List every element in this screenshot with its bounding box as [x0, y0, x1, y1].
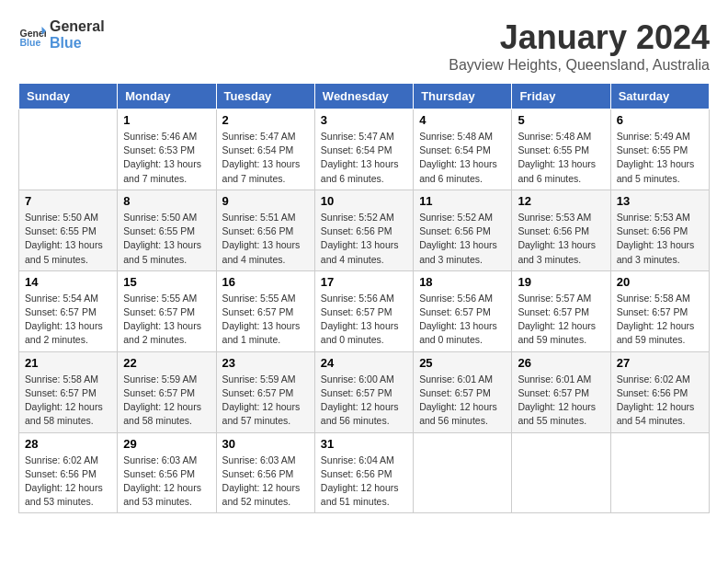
header: General Blue General Blue January 2024 B… — [18, 18, 710, 74]
calendar-cell: 29Sunrise: 6:03 AMSunset: 6:56 PMDayligh… — [118, 432, 216, 513]
calendar-cell — [414, 432, 512, 513]
logo-general-text: General — [50, 18, 105, 35]
cell-info: Sunrise: 5:50 AMSunset: 6:55 PMDaylight:… — [123, 211, 210, 267]
cell-info: Sunrise: 5:50 AMSunset: 6:55 PMDaylight:… — [25, 211, 111, 267]
calendar-cell: 1Sunrise: 5:46 AMSunset: 6:53 PMDaylight… — [118, 109, 216, 190]
calendar-cell — [610, 432, 709, 513]
cell-info: Sunrise: 6:03 AMSunset: 6:56 PMDaylight:… — [222, 454, 309, 510]
calendar-cell: 19Sunrise: 5:57 AMSunset: 6:57 PMDayligh… — [512, 270, 610, 351]
day-number: 23 — [222, 356, 309, 370]
cell-info: Sunrise: 5:59 AMSunset: 6:57 PMDaylight:… — [222, 373, 309, 429]
calendar-header-row: SundayMondayTuesdayWednesdayThursdayFrid… — [19, 84, 710, 109]
calendar-week-5: 28Sunrise: 6:02 AMSunset: 6:56 PMDayligh… — [19, 432, 710, 513]
logo: General Blue General Blue — [18, 18, 105, 51]
day-number: 3 — [321, 113, 407, 127]
cell-info: Sunrise: 5:48 AMSunset: 6:55 PMDaylight:… — [518, 130, 604, 186]
cell-info: Sunrise: 6:00 AMSunset: 6:57 PMDaylight:… — [321, 373, 407, 429]
cell-info: Sunrise: 6:02 AMSunset: 6:56 PMDaylight:… — [25, 454, 111, 510]
title-area: January 2024 Bayview Heights, Queensland… — [449, 18, 710, 74]
cell-info: Sunrise: 5:56 AMSunset: 6:57 PMDaylight:… — [321, 292, 407, 348]
calendar-cell: 14Sunrise: 5:54 AMSunset: 6:57 PMDayligh… — [19, 270, 118, 351]
month-title: January 2024 — [449, 18, 710, 57]
cell-info: Sunrise: 5:49 AMSunset: 6:55 PMDaylight:… — [617, 130, 703, 186]
cell-info: Sunrise: 5:59 AMSunset: 6:57 PMDaylight:… — [123, 373, 210, 429]
day-number: 15 — [123, 275, 210, 289]
cell-info: Sunrise: 6:01 AMSunset: 6:57 PMDaylight:… — [518, 373, 604, 429]
day-header-thursday: Thursday — [414, 84, 512, 109]
calendar-cell: 27Sunrise: 6:02 AMSunset: 6:56 PMDayligh… — [610, 351, 709, 432]
cell-info: Sunrise: 5:47 AMSunset: 6:54 PMDaylight:… — [321, 130, 407, 186]
day-number: 2 — [222, 113, 309, 127]
day-header-tuesday: Tuesday — [216, 84, 314, 109]
cell-info: Sunrise: 5:53 AMSunset: 6:56 PMDaylight:… — [518, 211, 604, 267]
calendar-cell: 5Sunrise: 5:48 AMSunset: 6:55 PMDaylight… — [512, 109, 610, 190]
location-title: Bayview Heights, Queensland, Australia — [449, 57, 710, 74]
calendar-cell: 15Sunrise: 5:55 AMSunset: 6:57 PMDayligh… — [118, 270, 216, 351]
calendar-week-2: 7Sunrise: 5:50 AMSunset: 6:55 PMDaylight… — [19, 190, 710, 270]
day-number: 18 — [419, 275, 506, 289]
svg-text:Blue: Blue — [20, 37, 41, 48]
calendar-cell: 11Sunrise: 5:52 AMSunset: 6:56 PMDayligh… — [414, 190, 512, 270]
cell-info: Sunrise: 5:47 AMSunset: 6:54 PMDaylight:… — [222, 130, 309, 186]
calendar-week-3: 14Sunrise: 5:54 AMSunset: 6:57 PMDayligh… — [19, 270, 710, 351]
calendar-cell: 25Sunrise: 6:01 AMSunset: 6:57 PMDayligh… — [414, 351, 512, 432]
calendar-week-1: 1Sunrise: 5:46 AMSunset: 6:53 PMDaylight… — [19, 109, 710, 190]
cell-info: Sunrise: 6:03 AMSunset: 6:56 PMDaylight:… — [123, 454, 210, 510]
calendar-cell — [512, 432, 610, 513]
calendar-cell: 24Sunrise: 6:00 AMSunset: 6:57 PMDayligh… — [314, 351, 413, 432]
calendar-cell: 26Sunrise: 6:01 AMSunset: 6:57 PMDayligh… — [512, 351, 610, 432]
day-number: 9 — [222, 194, 309, 208]
cell-info: Sunrise: 5:52 AMSunset: 6:56 PMDaylight:… — [321, 211, 407, 267]
calendar-cell: 31Sunrise: 6:04 AMSunset: 6:56 PMDayligh… — [314, 432, 413, 513]
calendar-table: SundayMondayTuesdayWednesdayThursdayFrid… — [18, 83, 710, 513]
day-number: 12 — [518, 194, 604, 208]
day-number: 14 — [25, 275, 111, 289]
calendar-cell: 9Sunrise: 5:51 AMSunset: 6:56 PMDaylight… — [216, 190, 314, 270]
logo-icon: General Blue — [18, 21, 46, 49]
cell-info: Sunrise: 6:04 AMSunset: 6:56 PMDaylight:… — [321, 454, 407, 510]
cell-info: Sunrise: 5:53 AMSunset: 6:56 PMDaylight:… — [617, 211, 703, 267]
calendar-body: 1Sunrise: 5:46 AMSunset: 6:53 PMDaylight… — [19, 109, 710, 513]
cell-info: Sunrise: 5:57 AMSunset: 6:57 PMDaylight:… — [518, 292, 604, 348]
calendar-cell: 28Sunrise: 6:02 AMSunset: 6:56 PMDayligh… — [19, 432, 118, 513]
day-header-monday: Monday — [118, 84, 216, 109]
calendar-cell — [19, 109, 118, 190]
calendar-cell: 21Sunrise: 5:58 AMSunset: 6:57 PMDayligh… — [19, 351, 118, 432]
cell-info: Sunrise: 5:51 AMSunset: 6:56 PMDaylight:… — [222, 211, 309, 267]
day-number: 26 — [518, 356, 604, 370]
cell-info: Sunrise: 6:02 AMSunset: 6:56 PMDaylight:… — [617, 373, 703, 429]
calendar-week-4: 21Sunrise: 5:58 AMSunset: 6:57 PMDayligh… — [19, 351, 710, 432]
cell-info: Sunrise: 5:55 AMSunset: 6:57 PMDaylight:… — [222, 292, 309, 348]
day-number: 24 — [321, 356, 407, 370]
calendar-cell: 22Sunrise: 5:59 AMSunset: 6:57 PMDayligh… — [118, 351, 216, 432]
calendar-cell: 23Sunrise: 5:59 AMSunset: 6:57 PMDayligh… — [216, 351, 314, 432]
day-number: 27 — [617, 356, 703, 370]
calendar-cell: 18Sunrise: 5:56 AMSunset: 6:57 PMDayligh… — [414, 270, 512, 351]
day-number: 13 — [617, 194, 703, 208]
calendar-cell: 2Sunrise: 5:47 AMSunset: 6:54 PMDaylight… — [216, 109, 314, 190]
day-number: 5 — [518, 113, 604, 127]
day-number: 20 — [617, 275, 703, 289]
calendar-cell: 13Sunrise: 5:53 AMSunset: 6:56 PMDayligh… — [610, 190, 709, 270]
logo-blue-text: Blue — [50, 35, 105, 52]
day-number: 8 — [123, 194, 210, 208]
cell-info: Sunrise: 5:54 AMSunset: 6:57 PMDaylight:… — [25, 292, 111, 348]
day-header-friday: Friday — [512, 84, 610, 109]
calendar-cell: 3Sunrise: 5:47 AMSunset: 6:54 PMDaylight… — [314, 109, 413, 190]
calendar-cell: 30Sunrise: 6:03 AMSunset: 6:56 PMDayligh… — [216, 432, 314, 513]
cell-info: Sunrise: 5:58 AMSunset: 6:57 PMDaylight:… — [25, 373, 111, 429]
cell-info: Sunrise: 5:55 AMSunset: 6:57 PMDaylight:… — [123, 292, 210, 348]
day-number: 10 — [321, 194, 407, 208]
day-number: 30 — [222, 437, 309, 451]
day-number: 21 — [25, 356, 111, 370]
calendar-cell: 12Sunrise: 5:53 AMSunset: 6:56 PMDayligh… — [512, 190, 610, 270]
cell-info: Sunrise: 5:58 AMSunset: 6:57 PMDaylight:… — [617, 292, 703, 348]
day-number: 6 — [617, 113, 703, 127]
calendar-cell: 4Sunrise: 5:48 AMSunset: 6:54 PMDaylight… — [414, 109, 512, 190]
day-number: 11 — [419, 194, 506, 208]
day-number: 19 — [518, 275, 604, 289]
calendar-cell: 20Sunrise: 5:58 AMSunset: 6:57 PMDayligh… — [610, 270, 709, 351]
cell-info: Sunrise: 5:52 AMSunset: 6:56 PMDaylight:… — [419, 211, 506, 267]
cell-info: Sunrise: 6:01 AMSunset: 6:57 PMDaylight:… — [419, 373, 506, 429]
day-number: 29 — [123, 437, 210, 451]
